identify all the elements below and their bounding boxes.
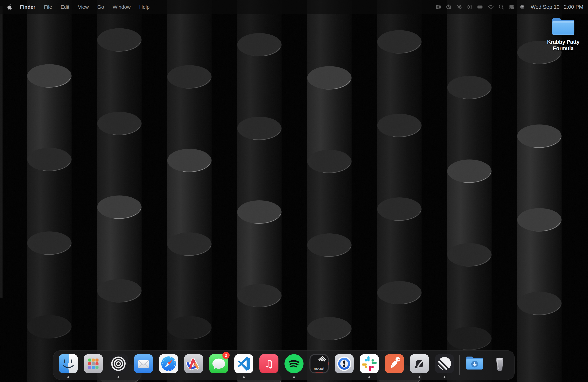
spotlight-icon[interactable] bbox=[496, 4, 506, 10]
macos-desktop: FinderFileEditViewGoWindowHelp Wed Sep 1… bbox=[0, 0, 588, 382]
dock-item-arc[interactable] bbox=[181, 350, 206, 380]
clock-date: Wed Sep 10 bbox=[531, 4, 559, 10]
rings-icon bbox=[108, 354, 128, 374]
launchpad-icon bbox=[84, 354, 103, 374]
dock-item-launchpad[interactable] bbox=[81, 350, 106, 380]
dock-item-safari[interactable] bbox=[156, 350, 181, 380]
dock-item-raycast[interactable]: raycast bbox=[306, 350, 332, 380]
raycast-icon: raycast bbox=[309, 354, 329, 374]
dock-right-section bbox=[462, 350, 512, 380]
menu-window[interactable]: Window bbox=[108, 4, 135, 10]
slack-icon bbox=[359, 354, 379, 374]
clock-time: 2:00 PM bbox=[564, 4, 583, 10]
status-icons bbox=[433, 4, 527, 10]
power-lock-icon[interactable] bbox=[443, 4, 454, 10]
dock-item-rings[interactable] bbox=[106, 350, 131, 380]
linear-icon bbox=[435, 354, 454, 374]
dock-divider bbox=[459, 355, 460, 375]
dock-item-messages[interactable]: 2 bbox=[206, 350, 231, 380]
menu-edit[interactable]: Edit bbox=[56, 4, 74, 10]
running-indicator bbox=[443, 376, 445, 378]
menu-go[interactable]: Go bbox=[93, 4, 108, 10]
running-indicator bbox=[419, 376, 420, 378]
dock: 2♫raycast bbox=[53, 350, 515, 380]
menu-bar-status-area: Wed Sep 10 2:00 PM bbox=[433, 4, 585, 10]
arc-icon bbox=[184, 354, 204, 374]
app-menus: FinderFileEditViewGoWindowHelp bbox=[16, 4, 154, 10]
running-indicator bbox=[368, 376, 370, 378]
siri-icon[interactable] bbox=[517, 4, 527, 10]
onepassword-icon bbox=[334, 354, 354, 374]
wifi-icon[interactable] bbox=[485, 4, 496, 10]
folder-label: Krabby Patty Formula bbox=[542, 39, 585, 52]
dock-item-mail[interactable] bbox=[131, 350, 156, 380]
menu-bar-clock[interactable]: Wed Sep 10 2:00 PM bbox=[531, 4, 585, 10]
apple-menu-icon[interactable] bbox=[3, 4, 16, 10]
safari-icon bbox=[159, 354, 178, 374]
keyboard-slash-icon[interactable] bbox=[454, 4, 464, 10]
dock-item-trash[interactable] bbox=[487, 350, 512, 380]
slashd-icon bbox=[410, 354, 429, 374]
dock-item-music[interactable]: ♫ bbox=[256, 350, 281, 380]
running-indicator bbox=[243, 376, 245, 378]
running-indicator bbox=[117, 376, 119, 378]
desktop-folder-krabby-patty[interactable]: Krabby Patty Formula bbox=[539, 17, 587, 52]
battery-charging-icon[interactable] bbox=[475, 4, 485, 10]
dock-item-finder[interactable] bbox=[56, 350, 81, 380]
dock-item-linear[interactable] bbox=[432, 350, 457, 380]
notification-badge: 2 bbox=[222, 352, 230, 359]
starburst-icon[interactable] bbox=[433, 4, 443, 10]
dock-item-postman[interactable] bbox=[382, 350, 407, 380]
dock-item-vscode[interactable] bbox=[231, 350, 256, 380]
menu-file[interactable]: File bbox=[40, 4, 56, 10]
dock-item-spotify[interactable] bbox=[281, 350, 306, 380]
dock-apps: 2♫raycast bbox=[56, 350, 457, 380]
postman-icon bbox=[384, 354, 404, 374]
folder-icon bbox=[551, 17, 575, 37]
dock-item-slack[interactable] bbox=[357, 350, 382, 380]
spotify-icon bbox=[284, 354, 304, 374]
dock-item-downloads[interactable] bbox=[462, 350, 487, 380]
downloads-icon bbox=[465, 354, 484, 374]
running-indicator bbox=[293, 376, 295, 378]
running-indicator bbox=[67, 376, 69, 378]
now-playing-icon[interactable] bbox=[464, 4, 475, 10]
menu-help[interactable]: Help bbox=[135, 4, 154, 10]
svg-text:raycast: raycast bbox=[314, 367, 324, 370]
music-icon: ♫ bbox=[259, 354, 279, 374]
menu-bar-left: FinderFileEditViewGoWindowHelp bbox=[3, 4, 154, 10]
menu-view[interactable]: View bbox=[74, 4, 93, 10]
menu-finder[interactable]: Finder bbox=[16, 4, 40, 10]
finder-icon bbox=[58, 354, 78, 374]
svg-text:♫: ♫ bbox=[264, 358, 273, 370]
wallpaper bbox=[0, 0, 588, 382]
dock-item-slashd[interactable] bbox=[407, 350, 432, 380]
vscode-icon bbox=[234, 354, 254, 374]
trash-icon bbox=[490, 354, 510, 374]
menu-bar: FinderFileEditViewGoWindowHelp Wed Sep 1… bbox=[0, 0, 588, 14]
control-center-icon[interactable] bbox=[506, 4, 517, 10]
dock-item-onepassword[interactable] bbox=[332, 350, 357, 380]
mail-icon bbox=[134, 354, 153, 374]
